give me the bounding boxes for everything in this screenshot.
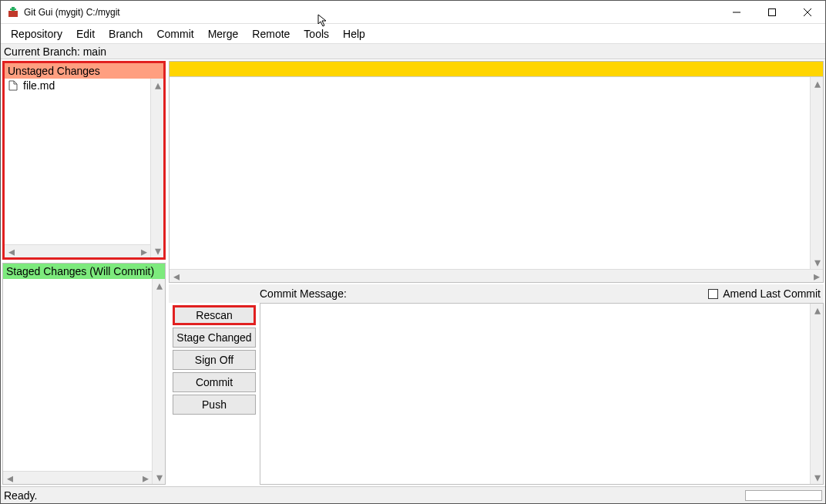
scroll-left-icon[interactable]: ◂ [3,472,16,485]
staged-vscrollbar[interactable]: ▴ ▾ [152,279,165,484]
right-column: ▴ ▾ ◂ ▸ Commit Message: [167,59,825,486]
scroll-right-icon[interactable]: ▸ [139,472,152,485]
commit-button-strip: Rescan Stage Changed Sign Off Commit Pus… [169,303,260,485]
scroll-right-icon[interactable]: ▸ [810,270,823,282]
current-branch-text: Current Branch: main [4,45,106,58]
svg-rect-0 [8,11,18,17]
scroll-down-icon[interactable]: ▾ [811,256,824,269]
commit-area: Commit Message: Amend Last Commit Rescan… [169,284,824,485]
unstaged-file-list[interactable]: file.md [5,79,150,244]
window-title: Git Gui (mygit) C:/mygit [24,7,120,18]
minimize-button[interactable] [719,1,754,24]
unstaged-hscrollbar[interactable]: ◂ ▸ [5,244,150,257]
scroll-up-icon[interactable]: ▴ [811,304,824,317]
menubar: Repository Edit Branch Commit Merge Remo… [1,24,825,44]
amend-last-commit-checkbox[interactable]: Amend Last Commit [708,287,821,300]
scroll-up-icon[interactable]: ▴ [151,79,164,92]
scroll-up-icon[interactable]: ▴ [153,279,166,292]
scroll-left-icon[interactable]: ◂ [5,245,18,258]
app-icon [7,6,19,18]
status-text: Ready. [4,489,37,502]
commit-header: Commit Message: Amend Last Commit [169,284,824,303]
scroll-down-icon[interactable]: ▾ [153,471,166,484]
diff-vscrollbar[interactable]: ▴ ▾ [810,77,823,269]
main-area: Unstaged Changes file.md ◂ [1,59,825,486]
staged-hscrollbar[interactable]: ◂ ▸ [3,471,152,484]
file-name: file.md [23,79,55,92]
unstaged-changes-panel: Unstaged Changes file.md ◂ [2,61,166,260]
unstaged-vscrollbar[interactable]: ▴ ▾ [150,79,163,257]
menu-tools[interactable]: Tools [297,26,336,42]
close-button[interactable] [790,1,825,24]
statusbar: Ready. [1,486,825,503]
menu-branch[interactable]: Branch [102,26,149,42]
commit-button[interactable]: Commit [173,372,256,392]
staged-changes-panel: Staged Changes (Will Commit) ◂ ▸ ▴ ▾ [2,263,166,485]
menu-merge[interactable]: Merge [201,26,246,42]
app-window: Git Gui (mygit) C:/mygit Repository Edit… [0,0,826,504]
commit-message-input[interactable] [260,304,810,484]
menu-edit[interactable]: Edit [69,26,102,42]
commit-msg-vscrollbar[interactable]: ▴ ▾ [810,304,823,484]
commit-message-label: Commit Message: [172,287,347,300]
commit-message-area: ▴ ▾ [260,303,824,485]
diff-header [170,62,823,77]
left-column: Unstaged Changes file.md ◂ [1,59,167,486]
diff-text-area[interactable] [170,77,810,269]
amend-label: Amend Last Commit [723,287,821,300]
diff-viewer: ▴ ▾ ◂ ▸ [169,61,824,283]
diff-hscrollbar[interactable]: ◂ ▸ [170,269,823,282]
current-branch-line: Current Branch: main [1,44,825,59]
menu-help[interactable]: Help [336,26,372,42]
progress-well [745,490,822,501]
menu-remote[interactable]: Remote [245,26,297,42]
sign-off-button[interactable]: Sign Off [173,350,256,370]
svg-rect-2 [10,8,16,10]
scroll-right-icon[interactable]: ▸ [137,245,150,258]
maximize-button[interactable] [754,1,790,24]
menu-repository[interactable]: Repository [4,26,69,42]
stage-changed-button[interactable]: Stage Changed [173,328,256,348]
rescan-button[interactable]: Rescan [173,305,256,325]
staged-changes-header: Staged Changes (Will Commit) [3,264,165,279]
file-icon [8,80,18,91]
titlebar: Git Gui (mygit) C:/mygit [1,1,825,24]
scroll-up-icon[interactable]: ▴ [811,77,824,90]
list-item[interactable]: file.md [5,79,150,92]
checkbox-icon [708,289,718,299]
scroll-down-icon[interactable]: ▾ [151,244,164,257]
scroll-left-icon[interactable]: ◂ [170,270,183,282]
menu-commit[interactable]: Commit [149,26,200,42]
staged-file-list[interactable] [3,279,152,471]
unstaged-changes-header: Unstaged Changes [5,63,163,79]
push-button[interactable]: Push [173,395,256,415]
svg-rect-4 [769,8,776,15]
scroll-down-icon[interactable]: ▾ [811,471,824,484]
